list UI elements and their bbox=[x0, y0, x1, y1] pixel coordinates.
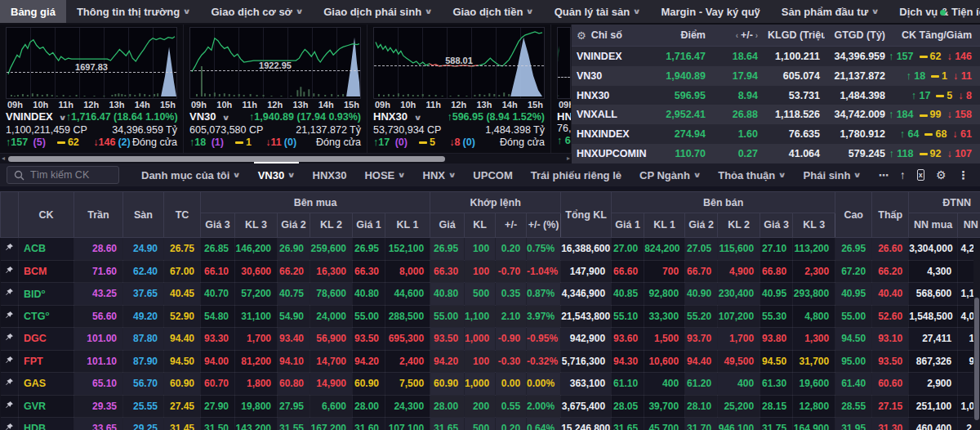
cell: 40.75 bbox=[278, 283, 310, 306]
col-subheader-gia-1: Giá 1 bbox=[612, 213, 644, 238]
cell: 1,500 bbox=[644, 328, 685, 351]
cell: 67.20 bbox=[835, 260, 872, 283]
nav-item-dich-vu-tien-ich[interactable]: Dịch vụ & Tiện ích∨ bbox=[889, 0, 980, 23]
stock-search[interactable] bbox=[7, 166, 119, 184]
cell: 1,100 bbox=[465, 305, 496, 328]
nav-item-quan-ly-tai-san[interactable]: Quản lý tài sản∨ bbox=[544, 0, 651, 23]
pin-icon[interactable] bbox=[5, 401, 14, 412]
stock-row-ACB[interactable]: ACB28.6024.9026.7526.85146,20026.90259,6… bbox=[1, 238, 980, 261]
scroll-left-icon[interactable]: ◂ bbox=[2, 155, 5, 162]
unchanged-dash-icon bbox=[920, 114, 928, 117]
cell: 2.00% bbox=[527, 395, 561, 418]
stock-row-FPT[interactable]: FPT101.1087.9094.5094.0081,20094.1014,70… bbox=[1, 350, 980, 373]
pin-icon[interactable] bbox=[5, 243, 14, 254]
cell: 27,411 bbox=[909, 328, 958, 351]
search-input[interactable] bbox=[30, 169, 112, 181]
nav-item-margin-vay-ky-quy[interactable]: Margin - Vay ký quỹ bbox=[650, 0, 770, 23]
cell: 60.90 bbox=[353, 373, 385, 396]
stock-row-BID[interactable]: BIDo43.2537.6540.4540.7057,20040.7578,60… bbox=[1, 283, 980, 306]
board-tab-danh-muc-cua-toi[interactable]: Danh mục của tôi∨ bbox=[132, 162, 249, 188]
board-tab-trai-phieu-rieng-le[interactable]: Trái phiếu riêng lẻ bbox=[522, 162, 630, 188]
settings-gear-icon[interactable]: ⚙ bbox=[936, 168, 947, 181]
stock-row-GVR[interactable]: GVR29.3525.5527.4527.9019,80027.956,6002… bbox=[1, 395, 980, 418]
nav-item-giao-dich-co-so[interactable]: Giao dịch cơ sở∨ bbox=[200, 0, 313, 23]
cell: 44,600 bbox=[385, 283, 430, 306]
pin-icon[interactable] bbox=[5, 378, 14, 389]
cell: 40.45 bbox=[164, 283, 201, 306]
cell: 100 bbox=[465, 238, 496, 261]
cell: 31.70 bbox=[685, 418, 718, 430]
board-tab-thoa-thuan[interactable]: Thỏa thuận∨ bbox=[709, 162, 794, 188]
board-tab-cp-nganh[interactable]: CP Ngành∨ bbox=[630, 162, 709, 188]
cell: 60.70 bbox=[201, 373, 235, 396]
index-row-vnindex[interactable]: VNINDEX1,716.4718.641,100.21134,396.959↑… bbox=[572, 47, 980, 66]
kebab-menu-icon[interactable]: ⋮ bbox=[958, 168, 969, 181]
chevron-down-icon: ∨ bbox=[448, 171, 457, 179]
cell: 500 bbox=[465, 418, 496, 430]
cell: 867,326 bbox=[909, 350, 958, 373]
cell: 230,400 bbox=[718, 283, 760, 306]
board-tab-[interactable]: ⋯ bbox=[870, 162, 898, 188]
scroll-top-icon[interactable]: ↑ bbox=[900, 168, 906, 181]
board-tab-phai-sinh[interactable]: Phái sinh∨ bbox=[795, 162, 870, 188]
time-tick: 12h bbox=[267, 100, 283, 110]
index-row-hnx30[interactable]: HNX30596.958.9453.7311,484.398↑ 175↓ 8 bbox=[572, 86, 980, 105]
time-axis: 09h10h11h12h13h14h15h bbox=[373, 99, 545, 110]
stock-row-HDB[interactable]: HDB33.6529.2531.4531.50143,20031.55167,2… bbox=[1, 418, 980, 430]
value-traded: 34,396.959 Tỷ bbox=[112, 124, 177, 137]
nav-item-bang-gia[interactable]: Bảng giá bbox=[0, 0, 66, 23]
time-tick: 09h bbox=[559, 100, 572, 110]
horizontal-scrollbar-thumb[interactable] bbox=[8, 156, 445, 162]
nav-item-thong-tin-thi-truong[interactable]: Thông tin thị trường∨ bbox=[66, 0, 201, 23]
index-panel-header: ⚙Chỉ sốĐiểm‹ +/- ›KLGD (Triệu)GTGD (Tỷ)C… bbox=[572, 25, 980, 47]
cell: 12,800 bbox=[793, 395, 835, 418]
index-name-dropdown[interactable]: HNX30 ∨ bbox=[373, 110, 421, 124]
index-row-hnxindex[interactable]: HNXINDEX274.941.6076.6351,780.912↑ 6468↓… bbox=[572, 124, 980, 144]
nav-item-giao-dich-phai-sinh[interactable]: Giao dịch phái sinh∨ bbox=[313, 0, 442, 23]
cell: 94.20 bbox=[430, 350, 465, 373]
stock-row-CTG[interactable]: CTGo56.6049.2052.9054.8031,10054.9024,00… bbox=[1, 305, 980, 328]
index-chart-vn30: 1922.9509h10h11h12h13h14h15hVN30 ∨↑1,940… bbox=[184, 25, 368, 163]
next-icon[interactable]: › bbox=[753, 31, 758, 40]
cell: 4,900 bbox=[718, 260, 760, 283]
vertical-scrollbar[interactable] bbox=[973, 239, 980, 430]
board-tab-hose[interactable]: HOSE∨ bbox=[355, 162, 413, 188]
board-tab-vn30[interactable]: VN30∨ bbox=[249, 162, 304, 188]
stock-row-GAS[interactable]: GAS65.1056.7060.9060.701,80060.8014,9006… bbox=[1, 373, 980, 396]
group-header-matched: Khớp lệnh bbox=[430, 192, 561, 213]
col-header-change[interactable]: ‹ +/- › bbox=[710, 29, 763, 41]
board-tab-upcom[interactable]: UPCOM bbox=[464, 162, 521, 188]
index-row-vn30[interactable]: VN301,940.8917.94605.07421,137.872↑ 181↓… bbox=[572, 66, 980, 86]
cell: 81,200 bbox=[235, 350, 278, 373]
nav-item-giao-dich-tien[interactable]: Giao dịch tiền∨ bbox=[442, 0, 543, 23]
index-name-dropdown[interactable]: VN30 ∨ bbox=[189, 110, 229, 124]
cell: 113,200 bbox=[793, 238, 835, 261]
margin-marker: o bbox=[45, 310, 49, 317]
cell: 28.00 bbox=[353, 395, 385, 418]
index-klgd: 53.731 bbox=[763, 90, 825, 101]
stock-row-DGC[interactable]: DGC101.0087.8094.4093.301,70093.4056,900… bbox=[1, 328, 980, 351]
stock-row-BCM[interactable]: BCM71.6062.4067.0066.1030,60066.2016,300… bbox=[1, 260, 980, 283]
vertical-scrollbar-thumb[interactable] bbox=[974, 298, 979, 420]
pin-icon[interactable] bbox=[5, 288, 14, 299]
pin-icon[interactable] bbox=[5, 266, 14, 277]
index-panel-settings-icon[interactable]: ⚙ bbox=[577, 29, 586, 42]
cell: 66.20 bbox=[278, 260, 310, 283]
pin-icon[interactable] bbox=[5, 311, 14, 322]
board-tab-hnx[interactable]: HNX∨ bbox=[414, 162, 465, 188]
nav-item-san-pham-au-tu[interactable]: Sản phẩm đầu tư∨ bbox=[771, 0, 889, 23]
unchanged-count: 1 bbox=[235, 137, 252, 148]
cell: 7,500 bbox=[385, 373, 430, 396]
excel-export-icon[interactable]: x bbox=[917, 169, 924, 181]
index-name-dropdown[interactable]: VNINDEX ∨ bbox=[6, 110, 66, 124]
pin-icon[interactable] bbox=[5, 333, 14, 344]
cell: 31.65 bbox=[430, 418, 465, 430]
index-row-hnxupcomindex[interactable]: HNXUPCOMINDEX110.700.2741.064579.245↑ 11… bbox=[572, 144, 980, 163]
board-tab-hnx30[interactable]: HNX30 bbox=[304, 162, 356, 188]
index-row-vnxall[interactable]: VNXALL2,952.4126.881,118.52634,742.009↑ … bbox=[572, 105, 980, 124]
cell: 0.35 bbox=[496, 283, 527, 306]
pin-icon[interactable] bbox=[5, 356, 14, 367]
index-name-dropdown[interactable]: HNXI bbox=[557, 110, 572, 123]
pin-icon[interactable] bbox=[5, 423, 14, 430]
scroll-right-icon[interactable]: ▸ bbox=[567, 155, 570, 162]
